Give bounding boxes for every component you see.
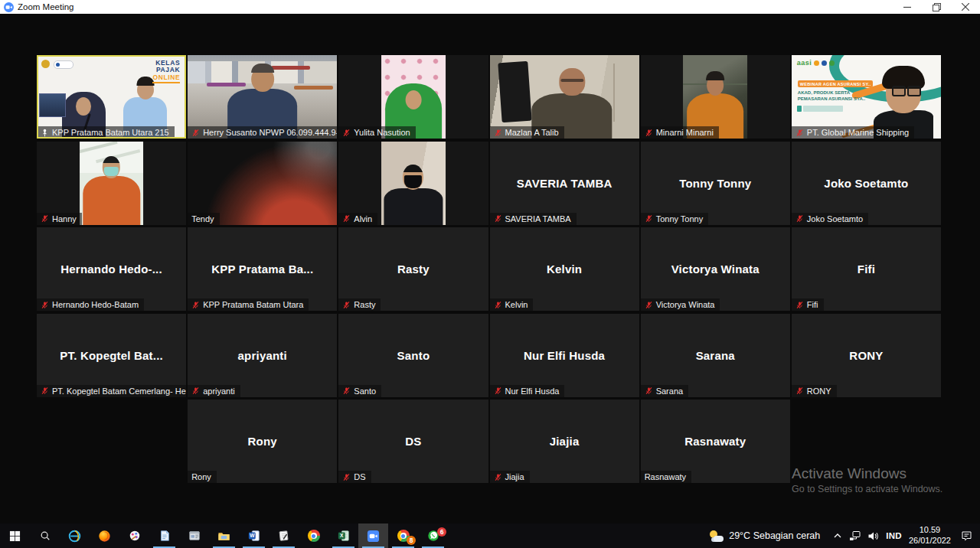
- clock-date: 26/01/2022: [909, 536, 951, 546]
- participant-tile-alvin[interactable]: Alvin: [338, 142, 488, 225]
- name-tag-label: SAVERIA TAMBA: [505, 214, 571, 223]
- participant-tile-apriyanti[interactable]: apriyantiapriyanti: [188, 314, 337, 397]
- taskbar-notepad-button[interactable]: [149, 524, 179, 548]
- kemenkeu-logo: [41, 60, 50, 68]
- taskbar-clock[interactable]: 10.59 26/01/2022: [909, 525, 951, 546]
- taskbar-app-window-button[interactable]: [179, 524, 209, 548]
- name-tag-label: Santo: [354, 387, 376, 396]
- window-titlebar: Zoom Meeting: [0, 0, 980, 14]
- taskbar-zoom-button[interactable]: [358, 524, 388, 548]
- name-tag: Minarni Minarni: [641, 126, 719, 139]
- participant-tile-pt-global-marine-shipping[interactable]: aasi WEBINAR AGEN ASURANSI SY.. AKAD, PR…: [792, 55, 941, 139]
- taskbar-start-button[interactable]: [0, 524, 30, 548]
- participant-tile-kpp-pratama-batam-utara-215[interactable]: KELASPAJAKONLINE KPP Pratama Batam Utara…: [37, 55, 186, 139]
- taskbar-search-button[interactable]: [30, 524, 60, 548]
- participant-tile-hernando-hedo-batam[interactable]: Hernando Hedo-...Hernando Hedo-Batam: [37, 227, 186, 311]
- name-tag: Rony: [188, 471, 217, 483]
- participant-tile-jiajia[interactable]: JiajiaJiajia: [490, 400, 639, 483]
- muted-mic-icon: [191, 129, 200, 137]
- name-tag: Hanny: [37, 213, 82, 225]
- windows-taskbar: WX86 29°C Sebagian cerah IND 10.59 26/01…: [0, 524, 980, 548]
- name-tag: KPP Pratama Batam Utara: [188, 298, 309, 311]
- weather-temperature: 29°C: [729, 530, 750, 541]
- muted-mic-icon: [494, 473, 502, 481]
- pin-icon: [41, 129, 49, 137]
- watermark-line2: Go to Settings to activate Windows.: [792, 484, 942, 494]
- participant-tile-rony[interactable]: RONYRONY: [792, 314, 941, 397]
- network-icon[interactable]: [849, 530, 861, 541]
- muted-mic-icon: [795, 387, 804, 395]
- name-tag-label: Hernando Hedo-Batam: [52, 300, 139, 309]
- participant-tile-herry-susanto-npwp-06-099-444-9[interactable]: Herry Susanto NPWP 06.099.444.9-...: [188, 55, 337, 139]
- taskbar-excel-button[interactable]: X: [328, 524, 358, 548]
- person-figure: [83, 176, 141, 224]
- participant-tile-victorya-winata[interactable]: Victorya WinataVictorya Winata: [641, 227, 790, 311]
- weather-widget[interactable]: 29°C Sebagian cerah: [710, 530, 820, 542]
- name-tag: Santo: [338, 385, 381, 397]
- name-tag-label: Joko Soetamto: [807, 214, 863, 223]
- chrome-logo: [308, 530, 320, 542]
- name-tag-label: Rasty: [354, 300, 375, 309]
- volume-icon[interactable]: [867, 531, 879, 541]
- taskbar-chrome-button[interactable]: [299, 524, 328, 548]
- taskbar-journal-button[interactable]: [269, 524, 299, 548]
- muted-mic-icon: [795, 301, 804, 309]
- taskbar-file-explorer-button[interactable]: [209, 524, 239, 548]
- name-tag-label: Sarana: [656, 387, 683, 396]
- participant-tile-yulita-nasution[interactable]: Yulita Nasution: [338, 55, 488, 139]
- close-button[interactable]: [951, 0, 980, 14]
- name-tag: Tendy: [188, 213, 219, 225]
- name-tag-label: Hanny: [52, 214, 77, 223]
- taskbar-whatsapp-button[interactable]: 6: [418, 524, 448, 548]
- participant-tile-fifi[interactable]: FifiFifi: [792, 227, 941, 311]
- participant-tile-minarni-minarni[interactable]: Minarni Minarni: [641, 55, 790, 139]
- name-tag-label: Victorya Winata: [656, 300, 715, 309]
- name-tag: SAVERIA TAMBA: [490, 213, 577, 225]
- taskbar-word-button[interactable]: W: [239, 524, 269, 548]
- taskbar-paint-3d-button[interactable]: [119, 524, 149, 548]
- muted-mic-icon: [645, 129, 653, 137]
- language-indicator[interactable]: IND: [886, 531, 902, 540]
- webinar-date-bar: [803, 106, 843, 112]
- muted-mic-icon: [342, 214, 351, 223]
- name-tag: Nur Elfi Husda: [490, 385, 565, 397]
- tray-chevron-icon[interactable]: [833, 531, 842, 540]
- webinar-logos: aasi: [797, 59, 835, 67]
- action-center-icon[interactable]: [961, 530, 972, 541]
- participant-tile-joko-soetamto[interactable]: Joko SoetamtoJoko Soetamto: [792, 142, 941, 225]
- participant-tile-ds[interactable]: DSDS: [338, 400, 488, 483]
- muted-mic-icon: [494, 214, 502, 223]
- participant-tile-saveria-tamba[interactable]: SAVERIA TAMBASAVERIA TAMBA: [490, 142, 639, 225]
- name-tag-label: KPP Pratama Batam Utara 215: [52, 128, 169, 137]
- taskbar-chrome-notifications-button[interactable]: 8: [388, 524, 418, 548]
- name-tag-label: Rony: [191, 472, 211, 481]
- participant-tile-hanny[interactable]: Hanny: [37, 142, 186, 225]
- taskbar-firefox-button[interactable]: [90, 524, 119, 548]
- weather-partly-cloudy-icon: [710, 530, 724, 542]
- participant-tile-pt-kopegtel-batam-cemerlang-he[interactable]: PT. Kopegtel Bat...PT. Kopegtel Batam Ce…: [37, 314, 186, 397]
- participant-tile-rasty[interactable]: RastyRasty: [338, 227, 488, 311]
- name-tag-label: PT. Kopegtel Batam Cemerlang- He...: [52, 387, 186, 396]
- participant-tile-kpp-pratama-batam-utara[interactable]: KPP Pratama Ba...KPP Pratama Batam Utara: [188, 227, 337, 311]
- name-tag: Rasty: [338, 298, 381, 311]
- participant-tile-rony[interactable]: RonyRony: [188, 400, 337, 483]
- clock-time: 10.59: [920, 525, 941, 536]
- muted-mic-icon: [342, 387, 351, 395]
- participant-tile-tonny-tonny[interactable]: Tonny TonnyTonny Tonny: [641, 142, 790, 225]
- participant-tile-sarana[interactable]: SaranaSarana: [641, 314, 790, 397]
- participant-tile-rasnawaty[interactable]: RasnawatyRasnawaty: [641, 400, 790, 483]
- name-tag: RONY: [792, 385, 837, 397]
- restore-button[interactable]: [922, 0, 951, 14]
- minimize-button[interactable]: [893, 0, 922, 14]
- name-tag: DS: [338, 471, 371, 483]
- taskbar-internet-explorer-button[interactable]: [60, 524, 90, 548]
- participant-tile-kelvin[interactable]: KelvinKelvin: [490, 227, 639, 311]
- weather-condition: Sebagian cerah: [753, 530, 821, 541]
- muted-mic-icon: [494, 387, 502, 395]
- participant-tile-mazlan-a-talib[interactable]: Mazlan A Talib: [490, 55, 639, 139]
- participant-tile-tendy[interactable]: Tendy: [188, 142, 337, 225]
- muted-mic-icon: [41, 214, 49, 223]
- name-tag-label: Kelvin: [505, 300, 528, 309]
- participant-tile-santo[interactable]: SantoSanto: [338, 314, 488, 397]
- participant-tile-nur-elfi-husda[interactable]: Nur Elfi HusdaNur Elfi Husda: [490, 314, 639, 397]
